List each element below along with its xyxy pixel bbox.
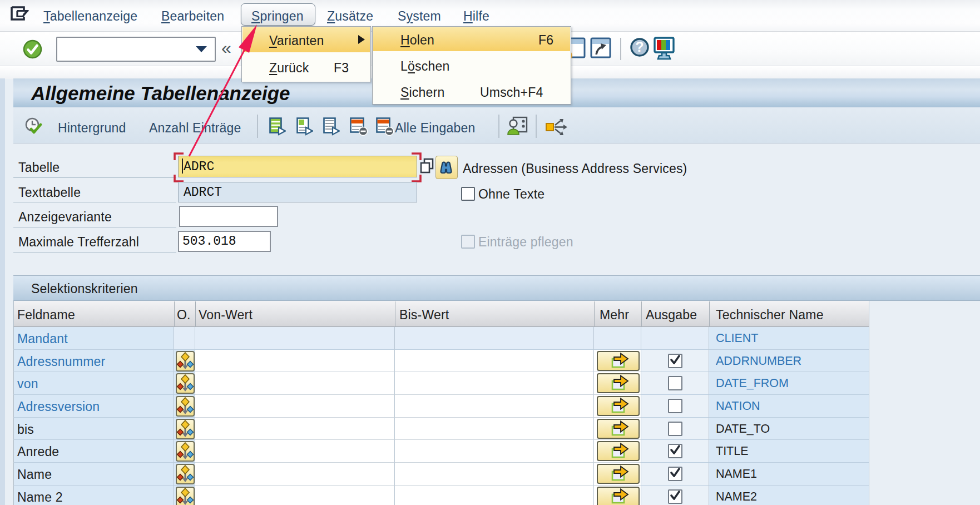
svg-text:?: ? [635,39,644,55]
